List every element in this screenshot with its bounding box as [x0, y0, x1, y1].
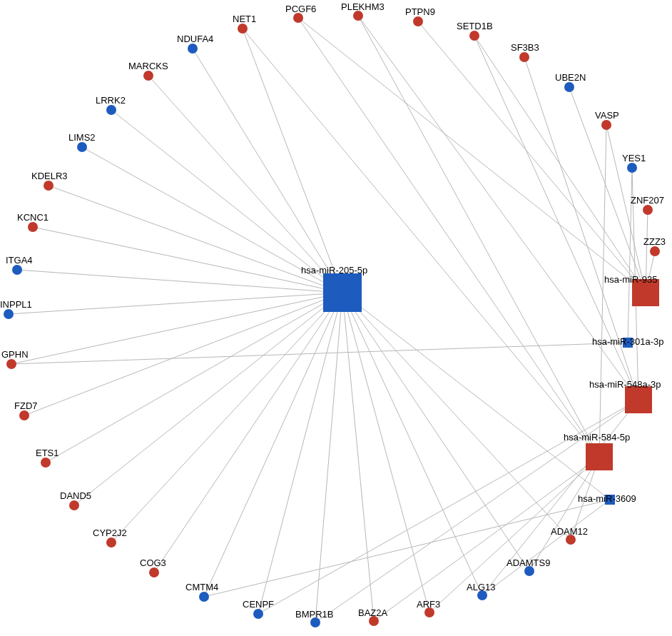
node-label: YES1 [622, 153, 646, 163]
edge [599, 125, 606, 457]
gene-node[interactable] [6, 359, 16, 369]
edge [204, 500, 610, 597]
node-label: PTPN9 [405, 6, 435, 17]
gene-node[interactable] [77, 142, 87, 152]
node-label: hsa-miR-205-5p [301, 265, 367, 276]
node-label: ZNF207 [631, 195, 664, 206]
edge [482, 500, 610, 595]
mirna-hub-node[interactable] [625, 386, 652, 413]
edge [154, 293, 342, 572]
gene-node[interactable] [44, 181, 54, 191]
edge [49, 186, 342, 293]
edge [298, 18, 599, 457]
node-label: BAZ2A [358, 607, 388, 618]
gene-node[interactable] [106, 105, 116, 115]
node-label: FZD7 [14, 400, 38, 411]
node-label: hsa-miR-584-5p [564, 432, 630, 443]
node-label: hsa-miR-935 [604, 274, 657, 285]
edge [258, 293, 342, 614]
node-label: DAND5 [60, 490, 91, 501]
gene-node[interactable] [238, 24, 248, 34]
node-label: NET1 [233, 14, 256, 24]
node-label: SF3B3 [511, 42, 539, 53]
gene-node[interactable] [469, 31, 479, 41]
gene-node[interactable] [564, 82, 574, 92]
gene-node[interactable] [188, 44, 198, 54]
edge [342, 293, 529, 571]
gene-node[interactable] [199, 592, 209, 602]
node-label: KDELR3 [31, 171, 68, 181]
node-label: ADAMTS9 [506, 557, 550, 568]
edge [243, 29, 599, 457]
gene-node[interactable] [627, 163, 637, 173]
edge [74, 293, 342, 505]
gene-node[interactable] [28, 222, 38, 232]
node-label: PLEKHM3 [341, 1, 385, 12]
gene-node[interactable] [19, 410, 29, 420]
gene-node[interactable] [253, 609, 263, 619]
node-label: hsa-miR-548a-3p [589, 379, 661, 390]
mirna-hub-node[interactable] [323, 273, 362, 312]
gene-node[interactable] [643, 205, 653, 215]
edge [298, 18, 646, 293]
gene-node[interactable] [12, 265, 22, 275]
node-label: NDUFA4 [177, 34, 213, 44]
node-label: GPHN [1, 349, 29, 360]
edge [315, 293, 342, 622]
edge [33, 227, 342, 293]
gene-node[interactable] [149, 567, 159, 577]
node-label: ITGA4 [6, 255, 33, 266]
node-label: VASP [595, 110, 619, 121]
node-label: ARF3 [417, 599, 440, 610]
node-label: PCGF6 [285, 4, 316, 14]
node-label: ADAM12 [551, 526, 588, 537]
gene-node[interactable] [106, 537, 116, 547]
node-label: ALG13 [467, 582, 495, 592]
node-label: CENPF [243, 599, 274, 610]
edge [529, 457, 599, 571]
edge [17, 270, 342, 293]
gene-node[interactable] [601, 120, 611, 130]
edge [342, 293, 610, 500]
edge [606, 125, 646, 293]
edge [418, 21, 646, 293]
node-label: COG3 [140, 557, 166, 568]
node-label: LRRK2 [96, 95, 126, 106]
edge [193, 49, 342, 293]
edge [111, 293, 342, 542]
edge [46, 293, 342, 463]
gene-node[interactable] [519, 52, 529, 62]
edge [342, 293, 374, 621]
mirna-target-network: hsa-miR-205-5phsa-miR-935hsa-miR-301a-3p… [0, 0, 672, 636]
node-label: SETD1B [457, 21, 493, 31]
node-label: LIMS2 [68, 132, 96, 143]
edge [11, 343, 628, 364]
gene-node[interactable] [41, 458, 51, 468]
node-label: MARCKS [128, 61, 168, 71]
gene-node[interactable] [143, 71, 153, 81]
node-label: KCNC1 [17, 212, 49, 223]
mirna-hub-node[interactable] [586, 443, 613, 470]
gene-node[interactable] [4, 309, 14, 319]
gene-node[interactable] [650, 246, 660, 256]
node-label: ETS1 [36, 448, 59, 458]
gene-node[interactable] [69, 500, 79, 510]
node-label: ZZZ3 [643, 236, 666, 247]
gene-node[interactable] [413, 16, 423, 26]
edge [524, 57, 638, 400]
node-label: hsa-miR-301a-3p [592, 336, 663, 347]
node-label: UBE2N [555, 72, 586, 83]
node-label: hsa-miR-3609 [578, 493, 636, 504]
edge [148, 76, 342, 293]
node-label: INPPL1 [0, 299, 32, 310]
node-label: CYP2J2 [93, 528, 127, 538]
node-label: BMPR1B [295, 609, 333, 620]
node-label: CMTM4 [185, 582, 218, 592]
